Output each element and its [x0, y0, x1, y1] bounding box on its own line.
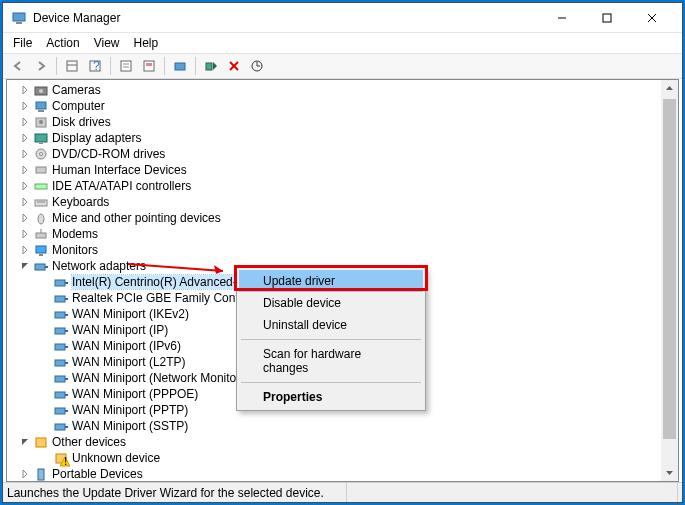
svg-rect-16: [206, 63, 212, 70]
menu-action[interactable]: Action: [40, 34, 85, 52]
tree-category[interactable]: Display adapters: [11, 130, 678, 146]
svg-rect-51: [55, 360, 65, 366]
mouse-icon: [33, 210, 49, 226]
context-menu-item[interactable]: Update driver: [239, 270, 423, 292]
expand-icon[interactable]: [19, 180, 31, 192]
svg-rect-56: [65, 394, 68, 396]
close-button[interactable]: [629, 3, 674, 32]
tree-category[interactable]: IDE ATA/ATAPI controllers: [11, 178, 678, 194]
expand-icon[interactable]: [19, 84, 31, 96]
expand-icon[interactable]: [19, 116, 31, 128]
network-adapter-icon: [53, 354, 69, 370]
menu-help[interactable]: Help: [128, 34, 165, 52]
device-label: WAN Miniport (PPPOE): [72, 387, 198, 401]
computer-icon: [33, 98, 49, 114]
svg-rect-22: [36, 102, 46, 109]
monitor-icon: [33, 242, 49, 258]
keyboard-icon: [33, 194, 49, 210]
update-driver-button[interactable]: [169, 55, 191, 77]
svg-rect-55: [55, 392, 65, 398]
help-button[interactable]: ?: [84, 55, 106, 77]
expand-icon[interactable]: [19, 164, 31, 176]
context-menu-item[interactable]: Properties: [239, 386, 423, 408]
tree-category[interactable]: Mice and other pointing devices: [11, 210, 678, 226]
uninstall-button[interactable]: [223, 55, 245, 77]
svg-rect-27: [39, 143, 43, 144]
dvd-icon: [33, 146, 49, 162]
device-label: Realtek PCIe GBE Family Controll: [72, 291, 255, 305]
expand-icon[interactable]: [19, 148, 31, 160]
scroll-down-button[interactable]: [661, 464, 678, 481]
tree-category[interactable]: Human Interface Devices: [11, 162, 678, 178]
tree-item-network-adapter[interactable]: WAN Miniport (SSTP): [11, 418, 678, 434]
menu-item-label: Uninstall device: [263, 318, 347, 332]
forward-button[interactable]: [30, 55, 52, 77]
device-label: WAN Miniport (IKEv2): [72, 307, 189, 321]
scroll-up-button[interactable]: [661, 80, 678, 97]
svg-rect-48: [65, 330, 68, 332]
expand-icon[interactable]: [19, 100, 31, 112]
expand-icon[interactable]: [19, 196, 31, 208]
scan-hardware-button[interactable]: [246, 55, 268, 77]
titlebar: Device Manager: [3, 3, 682, 33]
context-menu-item[interactable]: Scan for hardware changes: [239, 343, 423, 379]
category-label: Computer: [52, 99, 105, 113]
svg-rect-14: [146, 63, 152, 66]
tree-category[interactable]: Portable Devices: [11, 466, 678, 481]
svg-rect-32: [35, 200, 47, 206]
window-title: Device Manager: [33, 11, 539, 25]
device-label: WAN Miniport (IP): [72, 323, 168, 337]
enable-button[interactable]: [200, 55, 222, 77]
collapse-icon[interactable]: [19, 260, 31, 272]
context-menu-item[interactable]: Disable device: [239, 292, 423, 314]
tree-category[interactable]: DVD/CD-ROM drives: [11, 146, 678, 162]
category-label: Monitors: [52, 243, 98, 257]
context-menu-item[interactable]: Uninstall device: [239, 314, 423, 336]
svg-rect-35: [36, 233, 46, 238]
minimize-button[interactable]: [539, 3, 584, 32]
category-label: DVD/CD-ROM drives: [52, 147, 165, 161]
tree-category[interactable]: Disk drives: [11, 114, 678, 130]
show-hide-tree-button[interactable]: [61, 55, 83, 77]
svg-rect-54: [65, 378, 68, 380]
toolbar: ?: [3, 53, 682, 79]
back-button[interactable]: [7, 55, 29, 77]
tree-item-unknown[interactable]: !Unknown device: [11, 450, 678, 466]
network-adapter-icon: [53, 402, 69, 418]
device-label: Unknown device: [72, 451, 160, 465]
scroll-thumb[interactable]: [663, 99, 676, 439]
network-adapter-icon: [53, 338, 69, 354]
tree-category[interactable]: Cameras: [11, 82, 678, 98]
expand-icon[interactable]: [19, 468, 31, 480]
menu-item-label: Disable device: [263, 296, 341, 310]
menu-separator: [241, 339, 421, 340]
maximize-button[interactable]: [584, 3, 629, 32]
svg-text:?: ?: [93, 59, 100, 73]
tree-category[interactable]: Computer: [11, 98, 678, 114]
network-icon: [33, 258, 49, 274]
svg-rect-57: [55, 408, 65, 414]
tree-category[interactable]: Keyboards: [11, 194, 678, 210]
disk-icon: [33, 114, 49, 130]
vertical-scrollbar[interactable]: [661, 80, 678, 481]
expand-icon[interactable]: [19, 228, 31, 240]
hid-icon: [33, 162, 49, 178]
tree-category[interactable]: Monitors: [11, 242, 678, 258]
svg-rect-15: [175, 63, 185, 70]
menu-file[interactable]: File: [7, 34, 38, 52]
device-label: WAN Miniport (Network Monito: [72, 371, 236, 385]
expand-icon[interactable]: [19, 132, 31, 144]
svg-point-21: [39, 89, 43, 93]
tree-category[interactable]: Modems: [11, 226, 678, 242]
action-button[interactable]: [138, 55, 160, 77]
collapse-icon[interactable]: [19, 436, 31, 448]
tree-category-other[interactable]: Other devices: [11, 434, 678, 450]
svg-rect-0: [13, 13, 25, 21]
svg-rect-3: [603, 14, 611, 22]
svg-rect-26: [35, 134, 47, 142]
svg-rect-41: [55, 280, 65, 286]
properties-button[interactable]: [115, 55, 137, 77]
expand-icon[interactable]: [19, 244, 31, 256]
expand-icon[interactable]: [19, 212, 31, 224]
menu-view[interactable]: View: [88, 34, 126, 52]
